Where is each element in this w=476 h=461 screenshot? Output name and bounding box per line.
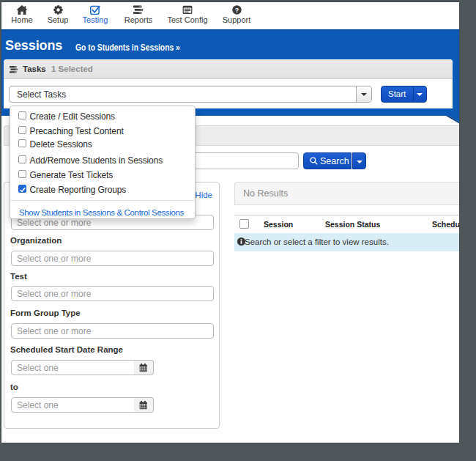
svg-text:?: ? — [234, 7, 239, 14]
